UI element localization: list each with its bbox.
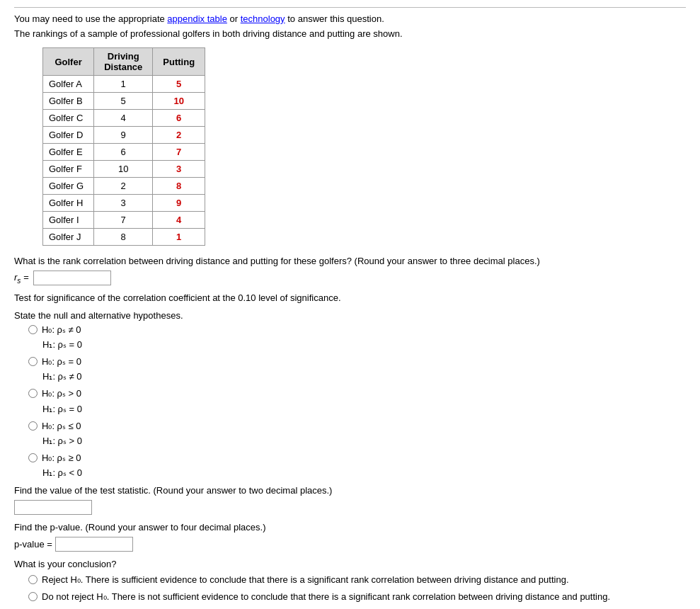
cell-putting: 9 (153, 195, 205, 212)
hyp-radio-input-1[interactable] (28, 357, 38, 366)
col-golfer: Golfer (43, 48, 94, 76)
cell-driving: 4 (94, 110, 153, 127)
q4-block: Find the value of the test statistic. (R… (14, 485, 686, 515)
hyp-radio-4: H₀: ρₛ ≥ 0 (28, 452, 686, 465)
conc-radio-0: Reject H₀. There is sufficient evidence … (28, 574, 686, 586)
hyp-radio-input-4[interactable] (28, 453, 38, 462)
q2-text: Test for significance of the correlation… (14, 292, 686, 303)
conclusion-option: Reject H₀. There is sufficient evidence … (28, 574, 686, 586)
hypothesis-option: H₀: ρₛ ≠ 0 H₁: ρₛ = 0 (28, 324, 686, 350)
hyp-h0-4: H₀: ρₛ ≥ 0 (42, 452, 81, 465)
rs-input-row: rs = (14, 271, 686, 285)
rs-input[interactable] (33, 271, 111, 285)
cell-driving: 10 (94, 161, 153, 178)
cell-putting: 5 (153, 76, 205, 93)
pval-input[interactable] (55, 537, 133, 552)
cell-golfer: Golfer H (43, 195, 94, 212)
table-row: Golfer C 4 6 (43, 110, 205, 127)
conclusion-group: Reject H₀. There is sufficient evidence … (28, 574, 686, 609)
hyp-h0-1: H₀: ρₛ = 0 (42, 355, 81, 368)
cell-golfer: Golfer B (43, 93, 94, 110)
hyp-ha-3: H₁: ρₛ > 0 (42, 436, 686, 446)
table-row: Golfer D 9 2 (43, 127, 205, 144)
hyp-radio-input-2[interactable] (28, 389, 38, 398)
col-putting: Putting (153, 48, 205, 76)
conc-radio-1: Do not reject H₀. There is not sufficien… (28, 591, 686, 603)
cell-driving: 7 (94, 212, 153, 229)
cell-golfer: Golfer D (43, 127, 94, 144)
q4-text: Find the value of the test statistic. (R… (14, 485, 686, 496)
hyp-radio-input-0[interactable] (28, 325, 38, 334)
hyp-ha-0: H₁: ρₛ = 0 (42, 339, 686, 350)
conc-label-0: Reject H₀. There is sufficient evidence … (42, 574, 569, 586)
cell-golfer: Golfer I (43, 212, 94, 229)
q1-block: What is the rank correlation between dri… (14, 256, 686, 285)
table-row: Golfer A 1 5 (43, 76, 205, 93)
table-row: Golfer H 3 9 (43, 195, 205, 212)
cell-putting: 4 (153, 212, 205, 229)
table-row: Golfer B 5 10 (43, 93, 205, 110)
cell-golfer: Golfer G (43, 178, 94, 195)
cell-putting: 7 (153, 144, 205, 161)
cell-golfer: Golfer A (43, 76, 94, 93)
intro-text: The rankings of a sample of professional… (14, 28, 686, 39)
cell-putting: 1 (153, 229, 205, 246)
q6-block: What is your conclusion? Reject H₀. Ther… (14, 559, 686, 609)
hyp-radio-1: H₀: ρₛ = 0 (28, 355, 686, 368)
top-note: You may need to use the appropriate appe… (14, 13, 686, 24)
cell-putting: 6 (153, 110, 205, 127)
hypothesis-option: H₀: ρₛ ≥ 0 H₁: ρₛ < 0 (28, 452, 686, 478)
conc-label-1: Do not reject H₀. There is not sufficien… (42, 591, 610, 603)
cell-golfer: Golfer E (43, 144, 94, 161)
hyp-radio-0: H₀: ρₛ ≠ 0 (28, 324, 686, 336)
cell-golfer: Golfer C (43, 110, 94, 127)
q3-text: State the null and alternative hypothese… (14, 310, 686, 321)
q1-text: What is the rank correlation between dri… (14, 256, 686, 266)
hyp-radio-2: H₀: ρₛ > 0 (28, 387, 686, 400)
rs-label: rs = (14, 272, 29, 285)
conc-radio-input-1[interactable] (28, 592, 38, 601)
table-row: Golfer F 10 3 (43, 161, 205, 178)
table-row: Golfer I 7 4 (43, 212, 205, 229)
hypothesis-option: H₀: ρₛ ≤ 0 H₁: ρₛ > 0 (28, 420, 686, 446)
cell-driving: 5 (94, 93, 153, 110)
cell-golfer: Golfer J (43, 229, 94, 246)
hyp-ha-2: H₁: ρₛ = 0 (42, 404, 686, 414)
cell-driving: 1 (94, 76, 153, 93)
conc-radio-input-0[interactable] (28, 575, 38, 584)
cell-putting: 3 (153, 161, 205, 178)
hyp-h0-3: H₀: ρₛ ≤ 0 (42, 420, 81, 433)
q3-block: State the null and alternative hypothese… (14, 310, 686, 478)
appendix-link[interactable]: appendix table (167, 13, 227, 24)
q6-text: What is your conclusion? (14, 559, 686, 569)
hypotheses-group: H₀: ρₛ ≠ 0 H₁: ρₛ = 0 H₀: ρₛ = 0 H₁: ρₛ … (28, 324, 686, 478)
cell-driving: 2 (94, 178, 153, 195)
hyp-ha-4: H₁: ρₛ < 0 (42, 467, 686, 478)
q5-block: Find the p-value. (Round your answer to … (14, 522, 686, 552)
technology-link[interactable]: technology (241, 13, 285, 24)
cell-driving: 6 (94, 144, 153, 161)
hyp-radio-input-3[interactable] (28, 421, 38, 431)
q2-block: Test for significance of the correlation… (14, 292, 686, 303)
cell-putting: 8 (153, 178, 205, 195)
data-table-container: Golfer DrivingDistance Putting Golfer A … (42, 47, 686, 246)
hyp-h0-2: H₀: ρₛ > 0 (42, 387, 81, 400)
cell-putting: 2 (153, 127, 205, 144)
col-driving: DrivingDistance (94, 48, 153, 76)
cell-driving: 3 (94, 195, 153, 212)
golfer-table: Golfer DrivingDistance Putting Golfer A … (42, 47, 205, 246)
hyp-h0-0: H₀: ρₛ ≠ 0 (42, 324, 81, 336)
conclusion-option: Do not reject H₀. There is not sufficien… (28, 591, 686, 603)
table-row: Golfer J 8 1 (43, 229, 205, 246)
cell-driving: 8 (94, 229, 153, 246)
cell-golfer: Golfer F (43, 161, 94, 178)
pval-label: p-value = (14, 539, 52, 550)
test-statistic-input[interactable] (14, 500, 92, 515)
cell-driving: 9 (94, 127, 153, 144)
hypothesis-option: H₀: ρₛ = 0 H₁: ρₛ ≠ 0 (28, 355, 686, 382)
hypothesis-option: H₀: ρₛ > 0 H₁: ρₛ = 0 (28, 387, 686, 414)
cell-putting: 10 (153, 93, 205, 110)
hyp-radio-3: H₀: ρₛ ≤ 0 (28, 420, 686, 433)
pval-row: p-value = (14, 537, 686, 552)
table-row: Golfer G 2 8 (43, 178, 205, 195)
